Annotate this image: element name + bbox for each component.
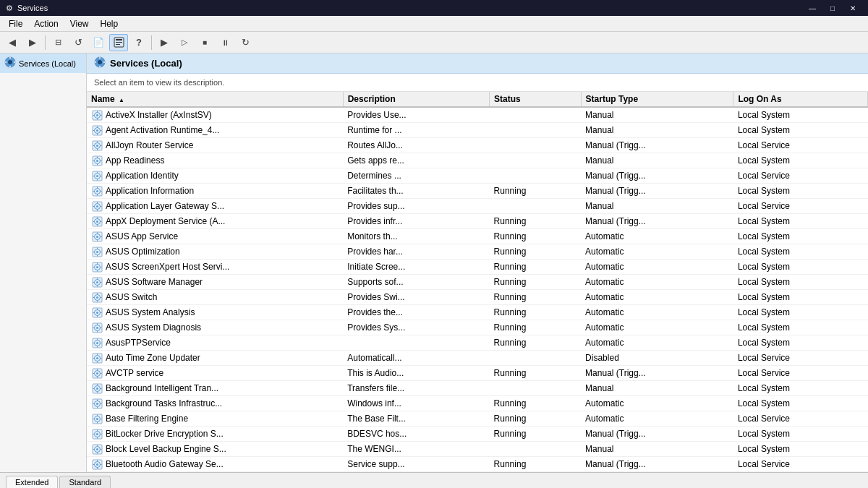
service-status: Running	[490, 260, 582, 275]
service-status: Running	[490, 229, 582, 244]
refresh-button[interactable]: ↺	[69, 34, 88, 51]
service-startup-type: Manual (Trigg...	[581, 184, 733, 199]
menu-action[interactable]: Action	[28, 16, 64, 31]
properties-button[interactable]	[109, 34, 128, 51]
service-name-cell: ASUS ScreenXpert Host Servi...	[87, 260, 343, 275]
menu-file[interactable]: File	[3, 16, 28, 31]
services-local-icon	[4, 56, 16, 70]
tab-extended[interactable]: Extended	[6, 476, 58, 488]
service-log-on-as: Local System	[733, 305, 868, 320]
table-row[interactable]: Block Level Backup Engine S...The WENGI.…	[87, 442, 868, 457]
forward-button[interactable]: ▶	[23, 34, 42, 51]
service-icon	[91, 322, 103, 333]
service-name: ASUS Switch	[106, 292, 157, 302]
table-row[interactable]: ActiveX Installer (AxInstSV)Provides Use…	[87, 107, 868, 123]
service-startup-type: Manual (Trigg...	[581, 427, 733, 442]
service-startup-type: Automatic	[581, 335, 733, 351]
service-name-cell: App Readiness	[87, 153, 343, 168]
svg-point-136	[96, 388, 98, 390]
table-row[interactable]: Application Layer Gateway S...Provides s…	[87, 199, 868, 214]
table-row[interactable]: Base Filtering EngineThe Base Filt...Run…	[87, 411, 868, 427]
col-status[interactable]: Status	[490, 92, 582, 107]
service-startup-type: Automatic	[581, 260, 733, 275]
service-name: Background Tasks Infrastruc...	[106, 398, 222, 408]
service-icon	[91, 155, 103, 166]
col-name[interactable]: Name ▲	[87, 92, 343, 107]
service-name: Bluetooth Audio Gateway Se...	[106, 459, 224, 469]
help-button[interactable]: ?	[129, 34, 148, 51]
service-startup-type: Automatic	[581, 244, 733, 260]
table-row[interactable]: AllJoyn Router ServiceRoutes AllJo...Man…	[87, 138, 868, 153]
service-log-on-as: Local System	[733, 335, 868, 351]
service-description: Provides sup...	[343, 199, 489, 214]
service-status	[490, 107, 582, 123]
sidebar-item-services-local[interactable]: Services (Local)	[0, 53, 86, 73]
service-status: Running	[490, 396, 582, 411]
svg-point-38	[96, 175, 98, 177]
col-log-on-as[interactable]: Log On As	[733, 92, 868, 107]
restart-service-button[interactable]: ↻	[236, 34, 255, 51]
table-row[interactable]: ASUS Software ManagerSupports sof...Runn…	[87, 275, 868, 290]
service-name-cell: ASUS Switch	[87, 290, 343, 305]
table-row[interactable]: Background Intelligent Tran...Transfers …	[87, 381, 868, 396]
service-log-on-as: Local System	[733, 153, 868, 168]
svg-point-171	[96, 463, 98, 466]
back-button[interactable]: ◀	[3, 34, 22, 51]
col-description[interactable]: Description	[343, 92, 489, 107]
minimize-button[interactable]: —	[803, 1, 822, 14]
service-status: Running	[490, 366, 582, 381]
start-service-button[interactable]: ▶	[155, 34, 174, 51]
service-name: Application Identity	[106, 171, 179, 181]
service-status	[490, 168, 582, 184]
service-status: Running	[490, 305, 582, 320]
service-icon	[91, 185, 103, 197]
toolbar-separator-2	[151, 35, 152, 50]
resume-service-button[interactable]: ▷	[175, 34, 194, 51]
service-log-on-as: Local Service	[733, 199, 868, 214]
export-button[interactable]: 📄	[89, 34, 108, 51]
menu-help[interactable]: Help	[95, 16, 124, 31]
table-row[interactable]: ASUS App ServiceMonitors th...RunningAut…	[87, 229, 868, 244]
pause-service-button[interactable]: ⏸	[216, 34, 234, 51]
service-log-on-as: Local System	[733, 427, 868, 442]
service-startup-type: Automatic	[581, 396, 733, 411]
service-description: Facilitates th...	[343, 184, 489, 199]
table-row[interactable]: AsusPTPServiceRunningAutomaticLocal Syst…	[87, 335, 868, 351]
service-icon	[91, 276, 103, 288]
table-row[interactable]: Auto Time Zone UpdaterAutomaticall...Dis…	[87, 351, 868, 366]
service-description: Routes AllJo...	[343, 138, 489, 153]
table-row[interactable]: ASUS System DiagnosisProvides Sys...Runn…	[87, 320, 868, 335]
table-row[interactable]: App ReadinessGets apps re...ManualLocal …	[87, 153, 868, 168]
table-row[interactable]: ASUS ScreenXpert Host Servi...Initiate S…	[87, 260, 868, 275]
table-row[interactable]: ASUS System AnalysisProvides the...Runni…	[87, 305, 868, 320]
maximize-button[interactable]: □	[823, 1, 842, 14]
table-row[interactable]: Application IdentityDetermines ...Manual…	[87, 168, 868, 184]
service-icon	[91, 458, 103, 470]
table-row[interactable]: Bluetooth Support ServiceThe Bluetoo...R…	[87, 472, 868, 473]
service-status	[490, 138, 582, 153]
show-hide-button[interactable]: ⊟	[48, 34, 67, 51]
content-header-title: Services (Local)	[110, 58, 182, 69]
table-row[interactable]: BitLocker Drive Encryption S...BDESVC ho…	[87, 427, 868, 442]
table-row[interactable]: Agent Activation Runtime_4...Runtime for…	[87, 123, 868, 138]
table-row[interactable]: ASUS SwitchProvides Swi...RunningAutomat…	[87, 290, 868, 305]
service-log-on-as: Local Service	[733, 351, 868, 366]
table-row[interactable]: Application InformationFacilitates th...…	[87, 184, 868, 199]
table-row[interactable]: Bluetooth Audio Gateway Se...Service sup…	[87, 457, 868, 472]
service-status: Running	[490, 290, 582, 305]
content-header: Services (Local)	[87, 53, 868, 74]
close-button[interactable]: ✕	[843, 1, 862, 14]
service-icon	[91, 124, 103, 136]
col-startup-type[interactable]: Startup Type	[581, 92, 733, 107]
tab-standard[interactable]: Standard	[59, 476, 111, 488]
svg-point-17	[96, 129, 98, 132]
table-row[interactable]: ASUS OptimizationProvides har...RunningA…	[87, 244, 868, 260]
table-row[interactable]: AVCTP serviceThis is Audio...RunningManu…	[87, 366, 868, 381]
table-row[interactable]: AppX Deployment Service (A...Provides in…	[87, 214, 868, 229]
table-row[interactable]: Background Tasks Infrastruc...Windows in…	[87, 396, 868, 411]
table-container[interactable]: Name ▲ Description Status Startup Type L…	[87, 92, 868, 472]
menu-view[interactable]: View	[64, 16, 95, 31]
service-description: This is Audio...	[343, 366, 489, 381]
service-status: Running	[490, 472, 582, 473]
stop-service-button[interactable]: ■	[195, 34, 214, 51]
